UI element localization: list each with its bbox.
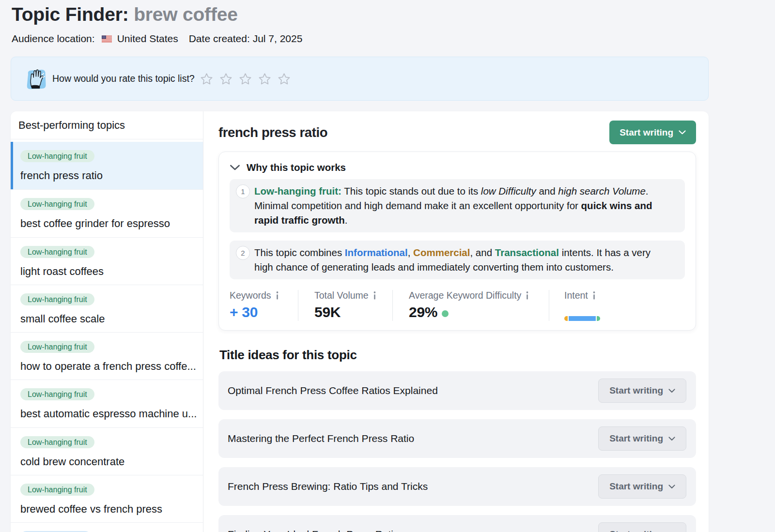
reason-text: Low-hanging fruit: This topic stands out… xyxy=(254,184,670,228)
topic-title: french press ratio xyxy=(20,169,200,182)
intent-segment-informational xyxy=(569,316,596,321)
reason-item: 2 This topic combines Informational, Com… xyxy=(230,241,685,279)
reasons-list: 1 Low-hanging fruit: This topic stands o… xyxy=(230,179,685,279)
why-topic-works-card: Why this topic works 1 Low-hanging fruit… xyxy=(218,152,696,331)
idea-title: Mastering the Perfect French Press Ratio xyxy=(228,433,414,444)
intent-segment-transactional xyxy=(597,316,600,321)
keywords-label: Keywords xyxy=(230,290,298,301)
topic-badge: Low-hanging fruit xyxy=(20,388,94,400)
rating-stars xyxy=(200,73,291,85)
topic-list-item[interactable]: Low-hanging fruit how to operate a frenc… xyxy=(11,332,203,380)
start-writing-button[interactable]: Start writing xyxy=(598,474,686,499)
rating-banner: How would you rate this topic list? xyxy=(11,57,709,101)
start-writing-button[interactable]: Start writing xyxy=(598,426,686,451)
chevron-down-icon xyxy=(668,437,675,441)
topic-title: best coffee grinder for espresso xyxy=(20,217,200,230)
topic-badge: Low-hanging fruit xyxy=(20,150,94,162)
chevron-down-icon xyxy=(679,130,686,135)
topic-badge: Low-hanging fruit xyxy=(20,246,94,258)
date-created: Date created: Jul 7, 2025 xyxy=(189,33,303,45)
button-label: Start writing xyxy=(609,385,663,396)
reason-number: 2 xyxy=(236,246,250,260)
topic-title: how to operate a french press coffe... xyxy=(20,360,200,373)
star-icon[interactable] xyxy=(258,73,271,85)
title-idea-row: Optimal French Press Coffee Ratios Expla… xyxy=(218,371,696,410)
info-icon[interactable] xyxy=(373,291,376,300)
workspace-panel: Best-performing topics Low-hanging fruit… xyxy=(11,111,709,532)
collapse-chevron-icon xyxy=(230,165,240,170)
topic-title: brewed coffee vs french press xyxy=(20,503,200,516)
button-label: Start writing xyxy=(620,127,673,138)
topic-list-item[interactable]: Low-hanging fruit french press ratio xyxy=(11,142,203,189)
sidebar-header: Best-performing topics xyxy=(11,111,203,139)
reason-number: 1 xyxy=(236,184,250,198)
topic-badge: Low-hanging fruit xyxy=(20,436,94,448)
audience-location-label: Audience location: xyxy=(12,33,95,45)
stat-intent: Intent xyxy=(549,290,685,321)
difficulty-status-dot xyxy=(442,310,449,317)
star-icon[interactable] xyxy=(200,73,213,85)
total-volume-label: Total Volume xyxy=(314,290,392,301)
idea-title: Optimal French Press Coffee Ratios Expla… xyxy=(228,385,438,396)
star-icon[interactable] xyxy=(278,73,291,85)
card-header[interactable]: Why this topic works xyxy=(230,162,685,173)
topic-list-item[interactable] xyxy=(11,522,203,532)
chevron-down-icon xyxy=(668,485,675,489)
start-writing-button[interactable]: Start writing xyxy=(598,379,686,403)
button-label: Start writing xyxy=(609,481,663,492)
topic-list-item[interactable]: Low-hanging fruit best coffee grinder fo… xyxy=(11,189,203,237)
info-icon[interactable] xyxy=(526,291,529,300)
idea-title: French Press Brewing: Ratio Tips and Tri… xyxy=(228,481,428,492)
main-panel: french press ratio Start writing Why thi… xyxy=(203,111,709,532)
star-icon[interactable] xyxy=(239,73,252,85)
topic-list: Low-hanging fruit french press ratio Low… xyxy=(11,139,203,532)
topic-title: light roast coffees xyxy=(20,265,200,278)
intent-segment-commercial xyxy=(564,316,568,321)
topic-title: small coffee scale xyxy=(20,313,200,325)
topic-title: cold brew concentrate xyxy=(20,456,200,468)
topic-list-item[interactable]: Low-hanging fruit brewed coffee vs frenc… xyxy=(11,475,203,522)
keywords-value: + 30 xyxy=(230,304,298,321)
idea-list: Optimal French Press Coffee Ratios Expla… xyxy=(218,371,696,532)
stat-difficulty: Average Keyword Difficulty 29% xyxy=(392,290,549,321)
intent-bar xyxy=(564,316,600,321)
difficulty-label: Average Keyword Difficulty xyxy=(409,290,549,301)
button-label: Start writing xyxy=(609,529,663,532)
idea-title: Finding Your Ideal French Press Ratio xyxy=(228,529,399,532)
title-idea-row: Mastering the Perfect French Press Ratio… xyxy=(218,419,696,458)
audience-location-value: United States xyxy=(117,33,178,45)
topic-badge: Low-hanging fruit xyxy=(20,293,94,305)
title-idea-row: French Press Brewing: Ratio Tips and Tri… xyxy=(218,467,696,506)
difficulty-value: 29% xyxy=(409,304,549,321)
topic-finder-page: Topic Finder: brew coffee Audience locat… xyxy=(0,0,775,532)
stats-row: Keywords + 30 Total Volume xyxy=(230,290,685,321)
topic-list-item[interactable]: Low-hanging fruit best automatic espress… xyxy=(11,380,203,427)
info-icon[interactable] xyxy=(276,291,279,300)
page-title: Topic Finder: brew coffee xyxy=(0,0,775,25)
topics-sidebar: Best-performing topics Low-hanging fruit… xyxy=(11,111,203,532)
reason-text: This topic combines Informational, Comme… xyxy=(254,245,670,274)
raised-hand-icon xyxy=(25,68,47,90)
page-title-query: brew coffee xyxy=(134,4,238,25)
star-icon[interactable] xyxy=(219,73,232,85)
stat-keywords: Keywords + 30 xyxy=(230,290,298,321)
chevron-down-icon xyxy=(668,389,675,393)
intent-label: Intent xyxy=(564,290,685,301)
page-title-prefix: Topic Finder: xyxy=(12,4,129,25)
start-writing-button[interactable]: Start writing xyxy=(598,522,686,532)
topic-title: best automatic espresso machine u... xyxy=(20,408,200,420)
start-writing-button[interactable]: Start writing xyxy=(609,121,696,144)
topic-list-item[interactable]: Low-hanging fruit small coffee scale xyxy=(11,285,203,332)
topic-list-item[interactable]: Low-hanging fruit light roast coffees xyxy=(11,237,203,285)
topic-badge: Low-hanging fruit xyxy=(20,341,94,353)
main-header: french press ratio Start writing xyxy=(218,121,696,144)
topic-list-item[interactable]: Low-hanging fruit cold brew concentrate xyxy=(11,427,203,475)
stat-total-volume: Total Volume 59K xyxy=(298,290,392,321)
topic-badge: Low-hanging fruit xyxy=(20,484,94,496)
title-ideas-heading: Title ideas for this topic xyxy=(219,348,696,363)
title-idea-row: Finding Your Ideal French Press Ratio St… xyxy=(218,515,696,532)
button-label: Start writing xyxy=(609,433,663,444)
rating-question: How would you rate this topic list? xyxy=(52,73,195,84)
meta-row: Audience location: Un xyxy=(12,33,775,45)
info-icon[interactable] xyxy=(592,291,596,300)
